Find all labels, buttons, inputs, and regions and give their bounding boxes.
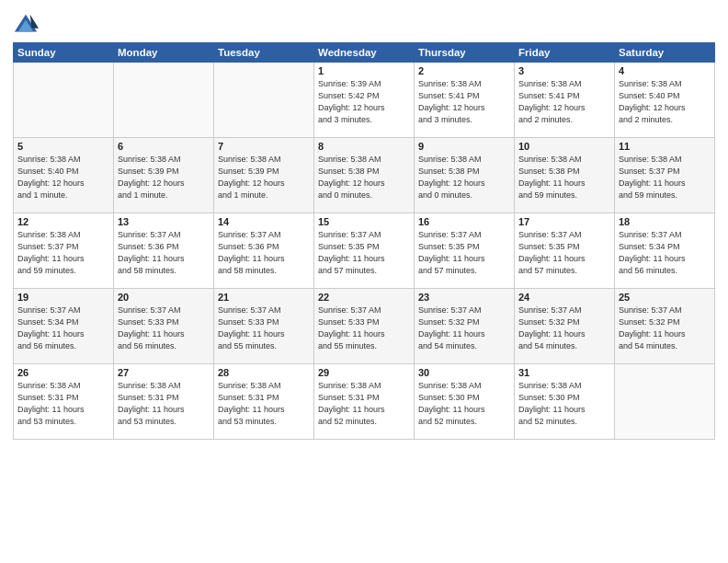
day-info: Sunrise: 5:37 AMSunset: 5:35 PMDaylight:… — [518, 229, 610, 277]
day-number: 5 — [17, 141, 109, 152]
day-cell: 21Sunrise: 5:37 AMSunset: 5:33 PMDayligh… — [214, 289, 314, 364]
day-info: Sunrise: 5:37 AMSunset: 5:33 PMDaylight:… — [118, 304, 210, 352]
logo — [13, 13, 40, 39]
col-header-sunday: Sunday — [14, 43, 114, 63]
day-info: Sunrise: 5:37 AMSunset: 5:33 PMDaylight:… — [318, 304, 410, 352]
day-info: Sunrise: 5:37 AMSunset: 5:32 PMDaylight:… — [619, 304, 711, 352]
week-row-2: 5Sunrise: 5:38 AMSunset: 5:40 PMDaylight… — [14, 138, 715, 213]
day-info: Sunrise: 5:37 AMSunset: 5:32 PMDaylight:… — [418, 304, 510, 352]
day-number: 23 — [418, 292, 510, 303]
day-cell: 23Sunrise: 5:37 AMSunset: 5:32 PMDayligh… — [415, 289, 515, 364]
day-info: Sunrise: 5:38 AMSunset: 5:38 PMDaylight:… — [418, 154, 510, 201]
day-info: Sunrise: 5:38 AMSunset: 5:31 PMDaylight:… — [17, 380, 109, 428]
day-info: Sunrise: 5:38 AMSunset: 5:31 PMDaylight:… — [118, 380, 210, 428]
day-cell: 8Sunrise: 5:38 AMSunset: 5:38 PMDaylight… — [314, 138, 415, 213]
day-info: Sunrise: 5:38 AMSunset: 5:39 PMDaylight:… — [218, 154, 310, 201]
day-info: Sunrise: 5:37 AMSunset: 5:36 PMDaylight:… — [218, 229, 310, 277]
day-cell — [214, 63, 314, 138]
logo-icon — [13, 13, 39, 39]
day-cell: 24Sunrise: 5:37 AMSunset: 5:32 PMDayligh… — [515, 289, 615, 364]
day-number: 19 — [17, 292, 109, 303]
day-cell — [114, 63, 214, 138]
calendar-table: SundayMondayTuesdayWednesdayThursdayFrid… — [13, 42, 715, 440]
day-number: 29 — [318, 367, 410, 378]
day-cell — [615, 364, 715, 440]
day-number: 15 — [318, 216, 410, 227]
day-cell: 19Sunrise: 5:37 AMSunset: 5:34 PMDayligh… — [14, 289, 114, 364]
day-info: Sunrise: 5:38 AMSunset: 5:30 PMDaylight:… — [518, 380, 610, 428]
day-cell: 6Sunrise: 5:38 AMSunset: 5:39 PMDaylight… — [114, 138, 214, 213]
day-info: Sunrise: 5:38 AMSunset: 5:37 PMDaylight:… — [17, 229, 109, 277]
day-number: 7 — [218, 141, 310, 152]
day-info: Sunrise: 5:37 AMSunset: 5:34 PMDaylight:… — [619, 229, 711, 277]
day-cell: 11Sunrise: 5:38 AMSunset: 5:37 PMDayligh… — [615, 138, 715, 213]
day-cell: 18Sunrise: 5:37 AMSunset: 5:34 PMDayligh… — [615, 213, 715, 289]
day-number: 25 — [619, 292, 711, 303]
page-container: SundayMondayTuesdayWednesdayThursdayFrid… — [0, 0, 728, 447]
day-cell: 14Sunrise: 5:37 AMSunset: 5:36 PMDayligh… — [214, 213, 314, 289]
day-cell: 12Sunrise: 5:38 AMSunset: 5:37 PMDayligh… — [14, 213, 114, 289]
day-cell: 17Sunrise: 5:37 AMSunset: 5:35 PMDayligh… — [515, 213, 615, 289]
day-cell: 31Sunrise: 5:38 AMSunset: 5:30 PMDayligh… — [515, 364, 615, 440]
day-cell: 20Sunrise: 5:37 AMSunset: 5:33 PMDayligh… — [114, 289, 214, 364]
day-cell: 30Sunrise: 5:38 AMSunset: 5:30 PMDayligh… — [415, 364, 515, 440]
day-info: Sunrise: 5:38 AMSunset: 5:41 PMDaylight:… — [518, 78, 610, 126]
day-cell: 7Sunrise: 5:38 AMSunset: 5:39 PMDaylight… — [214, 138, 314, 213]
col-header-wednesday: Wednesday — [314, 43, 415, 63]
week-row-3: 12Sunrise: 5:38 AMSunset: 5:37 PMDayligh… — [14, 213, 715, 289]
day-cell: 22Sunrise: 5:37 AMSunset: 5:33 PMDayligh… — [314, 289, 415, 364]
day-info: Sunrise: 5:38 AMSunset: 5:38 PMDaylight:… — [318, 154, 410, 201]
day-info: Sunrise: 5:38 AMSunset: 5:38 PMDaylight:… — [518, 154, 610, 201]
col-header-saturday: Saturday — [615, 43, 715, 63]
day-info: Sunrise: 5:37 AMSunset: 5:36 PMDaylight:… — [118, 229, 210, 277]
day-number: 10 — [518, 141, 610, 152]
day-info: Sunrise: 5:38 AMSunset: 5:37 PMDaylight:… — [619, 154, 711, 201]
day-cell: 16Sunrise: 5:37 AMSunset: 5:35 PMDayligh… — [415, 213, 515, 289]
day-number: 17 — [518, 216, 610, 227]
day-info: Sunrise: 5:39 AMSunset: 5:42 PMDaylight:… — [318, 78, 410, 126]
day-number: 27 — [118, 367, 210, 378]
day-cell: 1Sunrise: 5:39 AMSunset: 5:42 PMDaylight… — [314, 63, 415, 138]
day-number: 20 — [118, 292, 210, 303]
col-header-monday: Monday — [114, 43, 214, 63]
day-cell: 13Sunrise: 5:37 AMSunset: 5:36 PMDayligh… — [114, 213, 214, 289]
day-number: 11 — [619, 141, 711, 152]
day-info: Sunrise: 5:38 AMSunset: 5:39 PMDaylight:… — [118, 154, 210, 201]
day-number: 18 — [619, 216, 711, 227]
day-number: 28 — [218, 367, 310, 378]
col-header-thursday: Thursday — [415, 43, 515, 63]
day-cell: 3Sunrise: 5:38 AMSunset: 5:41 PMDaylight… — [515, 63, 615, 138]
day-cell — [14, 63, 114, 138]
day-number: 3 — [518, 65, 610, 76]
header — [13, 9, 715, 39]
day-cell: 10Sunrise: 5:38 AMSunset: 5:38 PMDayligh… — [515, 138, 615, 213]
day-number: 1 — [318, 65, 410, 76]
day-number: 8 — [318, 141, 410, 152]
week-row-1: 1Sunrise: 5:39 AMSunset: 5:42 PMDaylight… — [14, 63, 715, 138]
day-cell: 27Sunrise: 5:38 AMSunset: 5:31 PMDayligh… — [114, 364, 214, 440]
day-info: Sunrise: 5:37 AMSunset: 5:32 PMDaylight:… — [518, 304, 610, 352]
day-info: Sunrise: 5:37 AMSunset: 5:35 PMDaylight:… — [318, 229, 410, 277]
day-number: 4 — [619, 65, 711, 76]
day-info: Sunrise: 5:38 AMSunset: 5:41 PMDaylight:… — [418, 78, 510, 126]
day-cell: 26Sunrise: 5:38 AMSunset: 5:31 PMDayligh… — [14, 364, 114, 440]
day-number: 12 — [17, 216, 109, 227]
day-cell: 29Sunrise: 5:38 AMSunset: 5:31 PMDayligh… — [314, 364, 415, 440]
day-number: 6 — [118, 141, 210, 152]
day-number: 26 — [17, 367, 109, 378]
week-row-5: 26Sunrise: 5:38 AMSunset: 5:31 PMDayligh… — [14, 364, 715, 440]
day-number: 22 — [318, 292, 410, 303]
col-header-tuesday: Tuesday — [214, 43, 314, 63]
day-number: 13 — [118, 216, 210, 227]
col-header-friday: Friday — [515, 43, 615, 63]
day-cell: 2Sunrise: 5:38 AMSunset: 5:41 PMDaylight… — [415, 63, 515, 138]
day-cell: 5Sunrise: 5:38 AMSunset: 5:40 PMDaylight… — [14, 138, 114, 213]
day-cell: 25Sunrise: 5:37 AMSunset: 5:32 PMDayligh… — [615, 289, 715, 364]
day-number: 9 — [418, 141, 510, 152]
day-cell: 9Sunrise: 5:38 AMSunset: 5:38 PMDaylight… — [415, 138, 515, 213]
day-cell: 4Sunrise: 5:38 AMSunset: 5:40 PMDaylight… — [615, 63, 715, 138]
day-info: Sunrise: 5:37 AMSunset: 5:33 PMDaylight:… — [218, 304, 310, 352]
day-number: 14 — [218, 216, 310, 227]
day-number: 30 — [418, 367, 510, 378]
day-info: Sunrise: 5:38 AMSunset: 5:31 PMDaylight:… — [218, 380, 310, 428]
